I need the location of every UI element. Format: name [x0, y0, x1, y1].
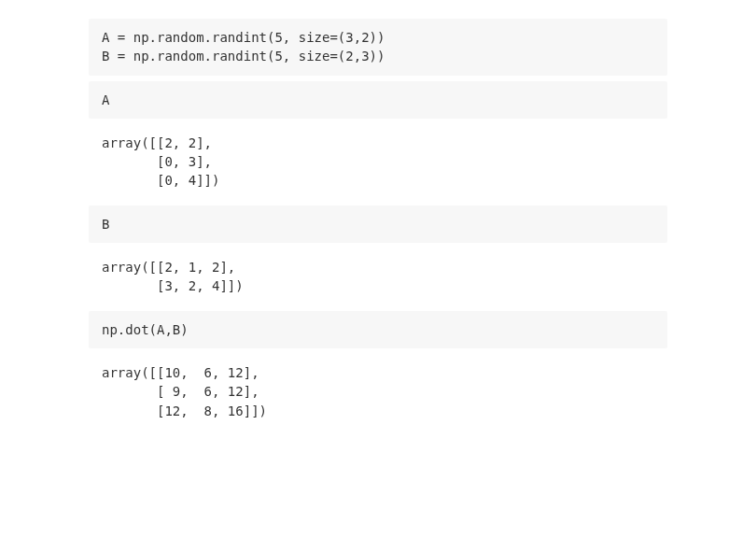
code-line: A	[102, 91, 654, 109]
code-input-cell[interactable]: A = np.random.randint(5, size=(3,2)) B =…	[89, 19, 667, 76]
code-line: np.dot(A,B)	[102, 320, 654, 339]
notebook-container: A = np.random.randint(5, size=(3,2)) B =…	[89, 19, 667, 430]
output-line: array([[2, 1, 2],	[102, 258, 654, 276]
output-line: [12, 8, 16]])	[102, 402, 654, 420]
output-line: [3, 2, 4]])	[102, 276, 654, 295]
output-line: [0, 4]])	[102, 171, 654, 190]
code-input-cell[interactable]: A	[89, 81, 667, 119]
code-output-cell: array([[2, 1, 2], [3, 2, 4]])	[89, 248, 667, 305]
code-line: B = np.random.randint(5, size=(2,3))	[102, 47, 654, 65]
code-line: B	[102, 215, 654, 234]
code-input-cell[interactable]: B	[89, 205, 667, 243]
output-line: array([[2, 2],	[102, 134, 654, 152]
code-output-cell: array([[10, 6, 12], [ 9, 6, 12], [12, 8,…	[89, 354, 667, 430]
output-line: [0, 3],	[102, 152, 654, 171]
output-line: array([[10, 6, 12],	[102, 363, 654, 382]
code-line: A = np.random.randint(5, size=(3,2))	[102, 28, 654, 47]
code-input-cell[interactable]: np.dot(A,B)	[89, 311, 667, 348]
output-line: [ 9, 6, 12],	[102, 382, 654, 401]
code-output-cell: array([[2, 2], [0, 3], [0, 4]])	[89, 124, 667, 200]
